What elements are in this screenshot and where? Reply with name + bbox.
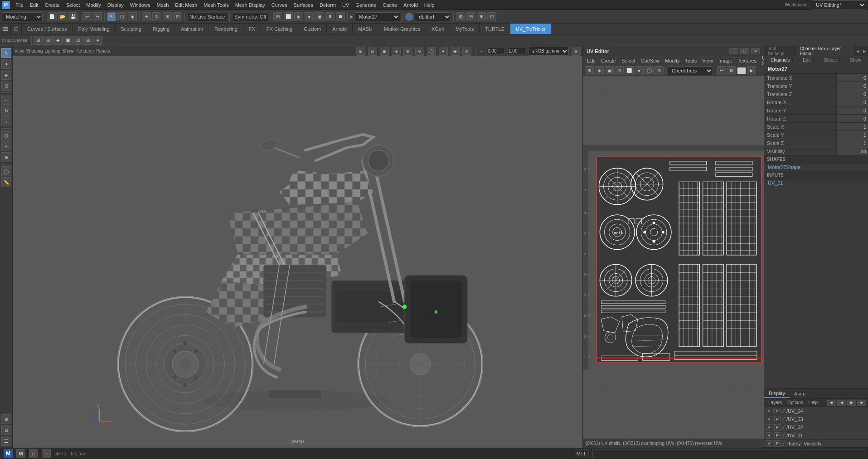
workspace-select[interactable]: UV Editing* [812,0,866,10]
vp-tool10[interactable]: ⊘ [462,47,471,56]
vp-tool3[interactable]: ▣ [380,47,389,56]
panels-menu[interactable]: Panels [96,48,110,53]
layer-tab-help[interactable]: Help [806,400,820,406]
t2-btn4[interactable]: ▣ [63,36,73,45]
tab-mash[interactable]: MASH [353,24,378,34]
tab-sculpting[interactable]: Sculpting [116,24,147,34]
vp-icon6[interactable]: ⏸ [325,12,335,21]
layer-vis-uv04[interactable]: V [766,408,772,414]
menu-generate[interactable]: Generate [353,1,379,9]
tab-motion-graphics[interactable]: Motion Graphics [378,24,426,34]
layer-item-uv04[interactable]: V P ╱ /UV_04 [764,407,868,415]
layer-item-uv01[interactable]: V P ╱ /UV_01 [764,431,868,440]
tab-rigging[interactable]: Rigging [147,24,175,34]
undo-btn[interactable]: ↩ [82,12,92,21]
tab-uv-tiptricks[interactable]: UV_TipTricks [510,24,551,34]
uv-btn8[interactable]: ⊘ [655,66,664,75]
tab-animation[interactable]: Animation [175,24,209,34]
layer-p-uv03[interactable]: P [774,416,781,422]
gamma-select[interactable]: sRGB gamma [528,47,569,56]
layer-item-uv03[interactable]: V P ╱ /UV_03 [764,415,868,423]
tool-paint[interactable]: ✦ [1,59,11,69]
vp-icon4[interactable]: ● [305,12,314,21]
tool-poly[interactable]: ⬡ [1,130,11,140]
icon-grid2[interactable]: ⊞ [477,12,486,21]
tabs-left-icon[interactable] [0,24,11,34]
tab-arnold[interactable]: Arnold [327,24,353,34]
uv-btn3[interactable]: ▣ [605,66,614,75]
menu-mesh[interactable]: Mesh [154,1,171,9]
right-minimize-icon[interactable]: ◀ [854,48,861,54]
tool-brush[interactable]: ◈ [1,70,11,80]
rotate-btn[interactable]: ↻ [152,12,161,21]
tool-measure[interactable]: 📏 [1,177,11,187]
view-menu[interactable]: View [15,48,24,53]
vp-icon3[interactable]: ◈ [294,12,303,21]
open-btn[interactable]: 📂 [58,12,67,21]
uv-menu-image[interactable]: Image [716,58,735,64]
tool-bottom1[interactable]: ⊞ [1,414,11,424]
t2-btn2[interactable]: ⊟ [44,36,53,45]
status-mode-btn[interactable]: M [16,449,25,458]
uv-btn1[interactable]: ⊞ [585,66,594,75]
menu-help[interactable]: Help [422,1,437,9]
menu-uv[interactable]: UV [339,1,352,9]
uv-nav-btn1[interactable]: ↩ [717,66,726,75]
inputs-link[interactable]: UV_01 [764,179,868,187]
vp-tool1[interactable]: ⊞ [356,47,365,56]
uv-close[interactable]: × [751,48,760,54]
vp-tool6[interactable]: ⊗ [415,47,424,56]
vp-icon7[interactable]: ⏹ [336,12,345,21]
redo-btn[interactable]: ↪ [93,12,102,21]
tool-scale[interactable]: ↕ [1,116,11,126]
tab-custom[interactable]: Custom [298,24,327,34]
menu-surfaces[interactable]: Surfaces [291,1,316,9]
menu-edit-mesh[interactable]: Edit Mesh [172,1,200,9]
t2-btn5[interactable]: ⊡ [73,36,82,45]
vp-tool7[interactable]: ◯ [427,47,436,56]
layer-vis-uv01[interactable]: V [766,432,772,439]
cb-tab-channels[interactable]: Channels [768,58,793,63]
vp-tool4[interactable]: ◈ [392,47,401,56]
lighting-menu[interactable]: Lighting [44,48,60,53]
tab-turtle[interactable]: TURTLE [480,24,510,34]
uv-canvas[interactable]: moto [583,76,764,439]
status-script-label[interactable]: MEL [574,449,589,458]
uv-menu-textures[interactable]: Textures [735,58,759,64]
layer-nav-next[interactable]: ▶ [847,400,856,406]
icon-grid1[interactable]: ⊟ [466,12,475,21]
menu-arnold[interactable]: Arnold [401,1,421,9]
layer-tab-layers[interactable]: Layers [766,400,784,406]
menu-cache[interactable]: Cache [380,1,400,9]
save-btn[interactable]: 💾 [68,12,78,21]
shading-menu[interactable]: Shading [26,48,43,53]
tab-poly-modeling[interactable]: Poly Modeling [73,24,115,34]
object-select[interactable]: Motor27 [355,12,400,21]
vp-color-icon[interactable]: ⊕ [572,47,581,56]
show-menu[interactable]: Show [62,48,73,53]
icon-grid3[interactable]: ⊡ [487,12,496,21]
uv-menu-modify[interactable]: Modify [663,58,682,64]
status-box-btn[interactable]: □ [29,449,38,458]
layer-item-uv02[interactable]: V P ╱ /UV_02 [764,423,868,431]
vp-tool9[interactable]: ◉ [451,47,460,56]
gamma-scale-input[interactable] [507,48,525,55]
vp-tool2[interactable]: ⊡ [368,47,377,56]
menu-mesh-tools[interactable]: Mesh Tools [201,1,231,9]
mode-select[interactable]: Modeling [2,12,43,21]
symmetry-btn[interactable]: Symmetry: Off [232,12,268,21]
t2-btn3[interactable]: ◈ [53,36,63,45]
uv-btn6[interactable]: ● [635,66,644,75]
t2-btn6[interactable]: ⊞ [83,36,92,45]
lasso-btn[interactable]: ⬡ [117,12,126,21]
layer-p-uv02[interactable]: P [774,424,781,430]
tab-mytools[interactable]: MyTools [450,24,480,34]
vp-tool8[interactable]: ● [439,47,448,56]
uv-color-swatch[interactable] [737,67,746,74]
viewport-content[interactable]: x y z persp [13,56,582,448]
uv-menu-edit[interactable]: Edit [585,58,598,64]
no-live-surface-btn[interactable]: No Live Surface [187,12,227,21]
status-script-input[interactable] [592,449,864,458]
layer-p-harley[interactable]: P [774,440,781,447]
layer-vis-harley[interactable]: V [766,440,772,447]
